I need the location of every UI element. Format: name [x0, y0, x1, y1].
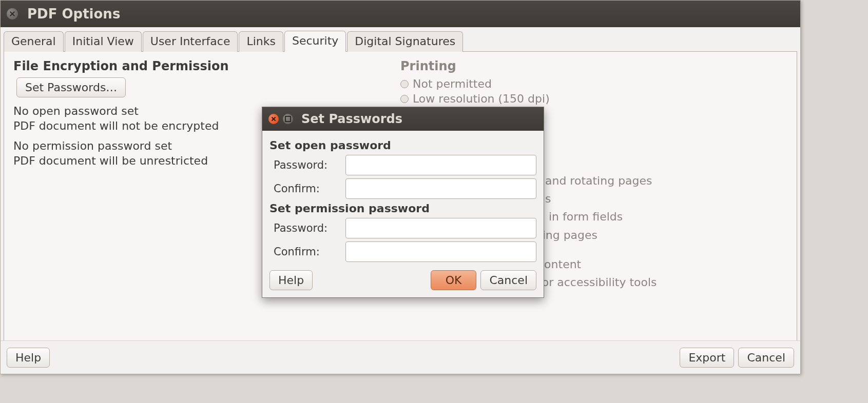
printing-low-res-label: Low resolution (150 dpi)	[413, 92, 550, 105]
maximize-icon[interactable]	[283, 114, 293, 124]
open-password-field: Password:	[269, 155, 536, 175]
permission-password-label: Password:	[269, 222, 345, 234]
fragment-ds: ds	[538, 190, 787, 208]
printing-heading: Printing	[400, 59, 787, 73]
permission-confirm-field: Confirm:	[269, 241, 536, 262]
help-button[interactable]: Help	[7, 348, 50, 368]
tab-general[interactable]: General	[4, 31, 64, 52]
open-password-label: Password:	[269, 159, 345, 171]
fragment-ting-pages: ting pages	[538, 226, 787, 244]
modal-cancel-button[interactable]: Cancel	[480, 270, 536, 290]
printing-option-not-permitted: Not permitted	[400, 77, 787, 90]
dialog-footer: Help Export Cancel	[1, 340, 800, 374]
tab-bar: General Initial View User Interface Link…	[1, 27, 800, 51]
tab-links[interactable]: Links	[239, 31, 283, 52]
open-password-input[interactable]	[345, 155, 536, 175]
ok-button[interactable]: OK	[431, 270, 477, 290]
set-passwords-titlebar: Set Passwords	[262, 107, 544, 131]
set-passwords-body: Set open password Password: Confirm: Set…	[262, 131, 544, 297]
encryption-heading: File Encryption and Permission	[13, 59, 400, 73]
window-title: PDF Options	[27, 6, 120, 22]
radio-icon	[400, 80, 409, 88]
radio-icon	[400, 95, 409, 103]
permission-confirm-input[interactable]	[345, 241, 536, 262]
export-button[interactable]: Export	[680, 348, 734, 368]
printing-not-permitted-label: Not permitted	[413, 77, 492, 90]
set-passwords-footer: Help OK Cancel	[269, 270, 536, 290]
set-passwords-title: Set Passwords	[301, 112, 402, 126]
open-confirm-input[interactable]	[345, 178, 536, 199]
open-confirm-field: Confirm:	[269, 178, 536, 199]
close-icon[interactable]	[7, 8, 18, 19]
fragment-form: g in form fields	[538, 208, 787, 226]
tab-digital-signatures[interactable]: Digital Signatures	[347, 31, 463, 52]
tab-user-interface[interactable]: User Interface	[143, 31, 238, 52]
permission-password-heading: Set permission password	[269, 202, 536, 215]
cancel-button[interactable]: Cancel	[738, 348, 794, 368]
pdf-options-titlebar: PDF Options	[1, 1, 800, 27]
open-password-heading: Set open password	[269, 139, 536, 152]
tab-initial-view[interactable]: Initial View	[65, 31, 142, 52]
permission-confirm-label: Confirm:	[269, 246, 345, 258]
fragment-content: content	[538, 255, 787, 273]
printing-option-low-res: Low resolution (150 dpi)	[400, 92, 787, 105]
permission-password-field: Password:	[269, 218, 536, 238]
set-passwords-dialog: Set Passwords Set open password Password…	[262, 107, 544, 298]
permission-password-input[interactable]	[345, 218, 536, 238]
open-confirm-label: Confirm:	[269, 183, 345, 195]
modal-help-button[interactable]: Help	[269, 270, 313, 290]
fragment-rotating: , and rotating pages	[538, 172, 787, 190]
fragment-accessibility: for accessibility tools	[538, 273, 787, 291]
set-passwords-button[interactable]: Set Passwords…	[16, 77, 126, 97]
tab-security[interactable]: Security	[284, 31, 346, 52]
close-icon[interactable]	[268, 114, 279, 124]
